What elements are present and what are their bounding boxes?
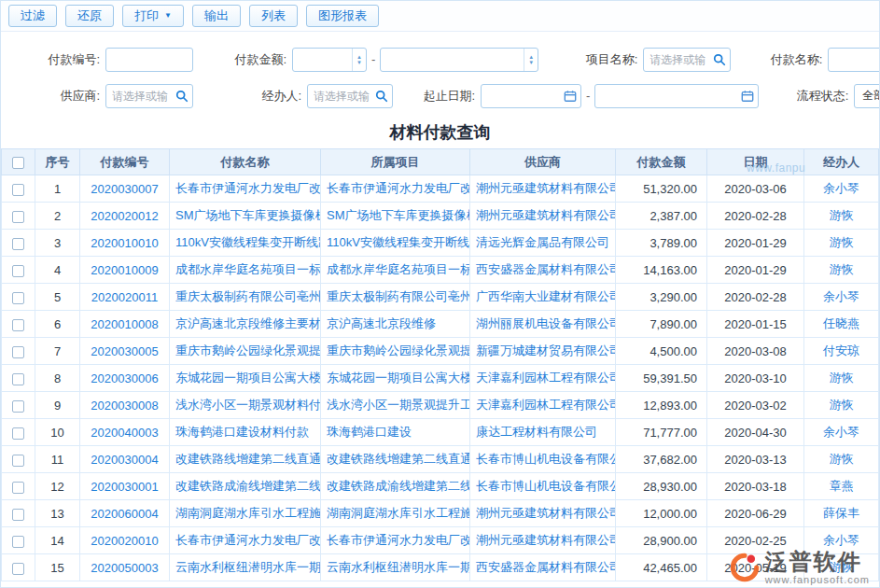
project-name-link[interactable]: 浅水湾小区一期景观提升工程 — [321, 392, 470, 419]
supplier-link[interactable]: 广西华南大业建材有限公司 — [470, 284, 616, 311]
project-name-link[interactable]: 改建铁路线增建第二线直通 — [321, 446, 470, 473]
table-row[interactable]: 1 2020030007 长春市伊通河水力发电厂改造 长春市伊通河水力发电厂改造… — [2, 175, 879, 203]
table-row[interactable]: 14 2020020010 长春市伊通河水力发电厂改造 长春市伊通河水力发电厂改… — [2, 527, 879, 554]
project-name-link[interactable]: 珠海鹤港口建设 — [321, 419, 470, 446]
supplier-link[interactable]: 潮州元亟建筑材料有限公司 — [470, 527, 616, 554]
list-button[interactable]: 列表 — [249, 5, 298, 27]
payment-no-link[interactable]: 2020030001 — [80, 473, 170, 500]
payment-no-link[interactable]: 2020010008 — [80, 311, 170, 338]
supplier-link[interactable]: 湖州丽展机电设备有限公司 — [470, 311, 616, 338]
project-name-link[interactable]: 成都水岸华庭名苑项目一标段 — [321, 257, 470, 284]
calendar-icon[interactable] — [741, 90, 754, 103]
table-row[interactable]: 10 2020040003 珠海鹤港口建设材料付款 珠海鹤港口建设 康达工程材料… — [2, 419, 879, 446]
row-checkbox[interactable] — [12, 373, 24, 385]
amount-from-stepper[interactable]: ▲▼ — [352, 49, 366, 71]
row-checkbox[interactable] — [12, 482, 24, 494]
filter-button[interactable]: 过滤 — [8, 5, 57, 27]
payment-no-link[interactable]: 2020030004 — [80, 446, 170, 473]
table-row[interactable]: 6 2020010008 京沪高速北京段维修主要材料 京沪高速北京段维修 湖州丽… — [2, 311, 879, 338]
payment-name-link[interactable]: 110kV安徽线程集变开断线路 — [170, 230, 321, 257]
row-checkbox[interactable] — [12, 211, 24, 223]
table-row[interactable]: 15 2020050003 云南水利枢纽潜明水库一期 云南水利枢纽潜明水库一期 … — [2, 554, 879, 581]
payment-name-link[interactable]: 重庆市鹅岭公园绿化景观提升 — [170, 338, 321, 365]
payment-name-link[interactable]: SM广场地下车库更换摄像机 — [170, 203, 321, 230]
payment-name-link[interactable]: 长春市伊通河水力发电厂改造 — [170, 527, 321, 554]
search-icon[interactable] — [175, 90, 189, 103]
payment-name-link[interactable]: 改建铁路线增建第二线直通 — [170, 446, 321, 473]
row-checkbox[interactable] — [12, 400, 24, 413]
amount-to-input[interactable] — [381, 49, 538, 71]
supplier-link[interactable]: 长春市博山机电设备有限公司 — [470, 446, 616, 473]
supplier-link[interactable]: 康达工程材料有限公司 — [470, 419, 616, 446]
payment-no-link[interactable]: 2020030005 — [80, 338, 170, 365]
project-name-link[interactable]: 湖南洞庭湖水库引水工程施工 — [321, 500, 470, 527]
row-checkbox[interactable] — [12, 238, 24, 250]
supplier-link[interactable]: 潮州元亟建筑材料有限公司 — [470, 500, 616, 527]
table-row[interactable]: 11 2020030004 改建铁路线增建第二线直通 改建铁路线增建第二线直通 … — [2, 446, 879, 473]
row-checkbox[interactable] — [12, 292, 24, 304]
project-name-link[interactable]: 110kV安徽线程集变开断线路 — [321, 230, 470, 257]
payment-name-link[interactable]: 珠海鹤港口建设材料付款 — [170, 419, 321, 446]
row-checkbox[interactable] — [12, 563, 24, 575]
col-header-handler[interactable]: 经办人 — [804, 149, 879, 175]
payment-name-link[interactable]: 重庆太极制药有限公司亳州 — [170, 284, 321, 311]
payment-name-link[interactable]: 湖南洞庭湖水库引水工程施工 — [170, 500, 321, 527]
payment-name-link[interactable]: 长春市伊通河水力发电厂改造 — [170, 175, 321, 203]
date-to-input[interactable] — [595, 85, 758, 107]
spinner-down-icon[interactable]: ▼ — [356, 60, 362, 65]
project-name-link[interactable]: 京沪高速北京段维修 — [321, 311, 470, 338]
row-checkbox[interactable] — [12, 346, 24, 358]
supplier-link[interactable]: 长春市博山机电设备有限公司 — [470, 473, 616, 500]
row-checkbox[interactable] — [12, 319, 24, 331]
supplier-link[interactable]: 潮州元亟建筑材料有限公司 — [470, 175, 616, 203]
payment-no-link[interactable]: 2020020011 — [80, 284, 170, 311]
calendar-icon[interactable] — [564, 90, 577, 103]
amount-to-stepper[interactable]: ▲▼ — [524, 49, 538, 71]
col-header-no[interactable]: 序号 — [35, 149, 80, 175]
row-checkbox[interactable] — [12, 455, 24, 467]
col-header-supplier[interactable]: 供应商 — [470, 149, 616, 175]
supplier-link[interactable]: 天津嘉利园林工程有限公司 — [470, 392, 616, 419]
payment-no-input[interactable] — [106, 49, 192, 71]
col-header-amount[interactable]: 付款金额 — [616, 149, 707, 175]
row-checkbox[interactable] — [12, 184, 24, 196]
table-row[interactable]: 5 2020020011 重庆太极制药有限公司亳州 重庆太极制药有限公司亳州 广… — [2, 284, 879, 311]
table-row[interactable]: 12 2020030001 改建铁路成渝线增建第二线 改建铁路成渝线增建第二线 … — [2, 473, 879, 500]
print-button[interactable]: 打印▼ — [122, 5, 184, 27]
payment-no-link[interactable]: 2020050003 — [80, 554, 170, 581]
project-name-link[interactable]: 改建铁路成渝线增建第二线 — [321, 473, 470, 500]
table-row[interactable]: 3 2020010010 110kV安徽线程集变开断线路 110kV安徽线程集变… — [2, 230, 879, 257]
payment-name-link[interactable]: 成都水岸华庭名苑项目一标段 — [170, 257, 321, 284]
row-checkbox[interactable] — [12, 265, 24, 277]
col-header-payment-no[interactable]: 付款编号 — [80, 149, 170, 175]
table-row[interactable]: 4 2020010009 成都水岸华庭名苑项目一标段 成都水岸华庭名苑项目一标段… — [2, 257, 879, 284]
project-name-link[interactable]: 东城花园一期项目公寓大楼 — [321, 365, 470, 392]
payment-name-link[interactable]: 改建铁路成渝线增建第二线 — [170, 473, 321, 500]
payment-no-link[interactable]: 2020040003 — [80, 419, 170, 446]
payment-name-link[interactable]: 云南水利枢纽潜明水库一期 — [170, 554, 321, 581]
status-select[interactable]: 全部 — [854, 84, 880, 108]
supplier-link[interactable]: 潮州元亟建筑材料有限公司 — [470, 203, 616, 230]
payment-name-link[interactable]: 浅水湾小区一期景观材料付款 — [170, 392, 321, 419]
row-checkbox[interactable] — [12, 427, 24, 440]
payment-name-input[interactable] — [829, 49, 880, 71]
project-name-link[interactable]: SM广场地下车库更换摄像机 — [321, 203, 470, 230]
chart-report-button[interactable]: 图形报表 — [306, 5, 379, 27]
supplier-link[interactable]: 清远光辉金属品有限公司 — [470, 230, 616, 257]
col-header-payment-name[interactable]: 付款名称 — [170, 149, 321, 175]
table-row[interactable]: 2 2020020012 SM广场地下车库更换摄像机 SM广场地下车库更换摄像机… — [2, 203, 879, 230]
project-name-link[interactable]: 重庆太极制药有限公司亳州 — [321, 284, 470, 311]
spinner-down-icon[interactable]: ▼ — [528, 60, 534, 65]
payment-no-link[interactable]: 2020020010 — [80, 527, 170, 554]
select-all-checkbox[interactable] — [12, 157, 24, 169]
payment-no-link[interactable]: 2020030007 — [80, 175, 170, 203]
payment-no-link[interactable]: 2020010009 — [80, 257, 170, 284]
project-name-link[interactable]: 长春市伊通河水力发电厂改造 — [321, 175, 470, 203]
export-button[interactable]: 输出 — [192, 5, 241, 27]
payment-name-link[interactable]: 东城花园一期项目公寓大楼 — [170, 365, 321, 392]
table-row[interactable]: 7 2020030005 重庆市鹅岭公园绿化景观提升 重庆市鹅岭公园绿化景观提升… — [2, 338, 879, 365]
restore-button[interactable]: 还原 — [65, 5, 114, 27]
supplier-link[interactable]: 西安盛器金属材料有限公司 — [470, 257, 616, 284]
row-checkbox[interactable] — [12, 536, 24, 548]
row-checkbox[interactable] — [12, 509, 24, 521]
